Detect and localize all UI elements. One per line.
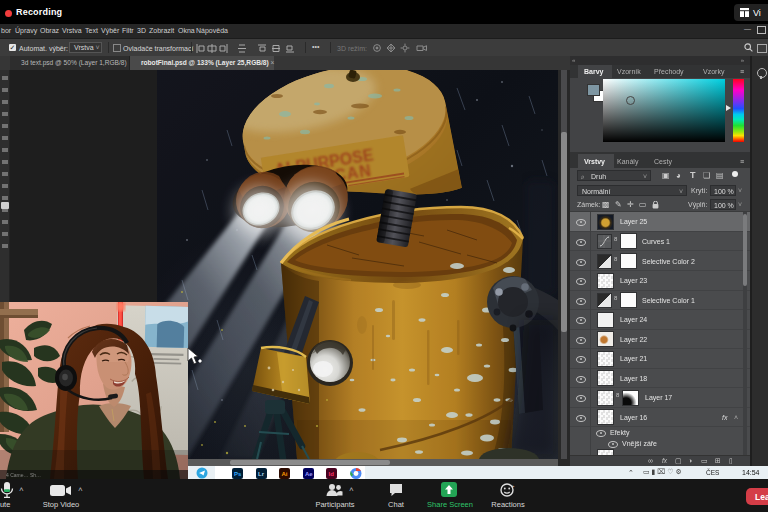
svg-text:Lr: Lr — [258, 471, 265, 477]
svg-text:Ai: Ai — [282, 471, 288, 477]
svg-text:Ae: Ae — [305, 471, 313, 477]
svg-text:4 Came… Sh…: 4 Came… Sh… — [6, 472, 41, 478]
svg-text:Ps: Ps — [234, 471, 242, 477]
svg-text:Id: Id — [329, 471, 335, 477]
svg-text:+: + — [511, 483, 515, 489]
